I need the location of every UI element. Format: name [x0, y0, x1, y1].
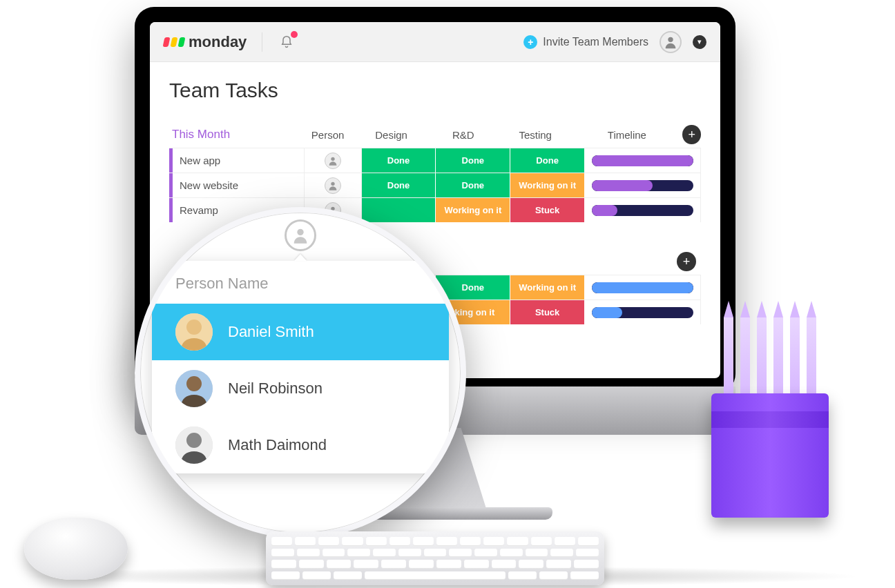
- person-name: Neil Robinson: [228, 380, 323, 398]
- svg-point-10: [186, 433, 202, 448]
- timeline-fill: [592, 155, 693, 166]
- timeline-fill: [592, 307, 622, 318]
- logo-text: monday: [189, 33, 247, 51]
- profile-avatar[interactable]: [660, 31, 682, 53]
- timeline-fill: [592, 282, 693, 293]
- plus-icon: +: [688, 128, 695, 142]
- person-cell[interactable]: [305, 173, 361, 197]
- svg-point-8: [186, 376, 202, 391]
- desk-mouse: [24, 518, 128, 580]
- notifications-button[interactable]: [278, 33, 296, 51]
- plus-circle-icon: +: [523, 35, 537, 49]
- status-cell-design[interactable]: [362, 198, 436, 222]
- person-avatar: [175, 427, 213, 464]
- timeline-cell[interactable]: [585, 275, 700, 300]
- invite-team-button[interactable]: + Invite Team Members: [523, 35, 648, 49]
- status-cell-testing[interactable]: Stuck: [510, 198, 585, 222]
- status-cell-rnd[interactable]: Done: [436, 173, 510, 197]
- person-option[interactable]: Math Daimond: [152, 417, 449, 473]
- person-picker-zoom: Person Name Daniel Smith Neil Robinson: [135, 207, 466, 538]
- column-header-rnd[interactable]: R&D: [427, 129, 499, 141]
- plus-icon: +: [683, 255, 691, 269]
- logo-dot: [171, 37, 178, 47]
- person-cell[interactable]: [305, 148, 361, 173]
- task-name-cell[interactable]: New website: [169, 173, 305, 197]
- chevron-down-icon: ▾: [697, 37, 702, 46]
- person-option[interactable]: Daniel Smith: [152, 304, 449, 360]
- page-title: Team Tasks: [169, 79, 701, 102]
- status-cell-design[interactable]: Done: [362, 148, 436, 173]
- pencil-cup: [711, 359, 829, 518]
- divider: [262, 32, 262, 52]
- logo-mark: [164, 37, 184, 47]
- svg-point-1: [331, 157, 334, 160]
- status-cell-testing[interactable]: Done: [510, 148, 585, 173]
- person-name: Math Daimond: [228, 436, 327, 454]
- add-column-button[interactable]: +: [677, 252, 696, 271]
- column-header-design[interactable]: Design: [355, 129, 427, 141]
- person-name: Daniel Smith: [228, 323, 314, 341]
- person-picker-title: Person Name: [152, 261, 449, 304]
- person-avatar: [175, 313, 213, 351]
- status-cell-design[interactable]: Done: [362, 173, 436, 197]
- person-avatar: [175, 370, 213, 407]
- timeline-cell[interactable]: [585, 198, 700, 222]
- person-icon: [663, 35, 678, 50]
- column-header-timeline[interactable]: Timeline: [571, 129, 682, 141]
- svg-point-4: [297, 229, 303, 235]
- logo-dot: [178, 37, 186, 47]
- column-header-testing[interactable]: Testing: [499, 129, 571, 141]
- timeline-cell[interactable]: [585, 173, 700, 197]
- task-name-cell[interactable]: New app: [169, 148, 305, 173]
- logo-dot: [163, 37, 171, 47]
- popover-caret-icon: [294, 254, 307, 261]
- table-row: New app Done Done Done: [169, 148, 701, 173]
- add-column-button[interactable]: +: [682, 125, 701, 144]
- desk-keyboard: [266, 531, 604, 585]
- notification-dot-icon: [291, 31, 298, 38]
- empty-person-icon: [285, 219, 316, 251]
- svg-point-0: [668, 37, 673, 41]
- timeline-cell[interactable]: [585, 300, 700, 324]
- column-header-person[interactable]: Person: [300, 129, 356, 141]
- status-cell-rnd[interactable]: Working on it: [436, 198, 510, 222]
- timeline-fill: [592, 180, 653, 191]
- board-header-row: This Month Person Design R&D Testing Tim…: [169, 121, 701, 148]
- timeline-cell[interactable]: [585, 148, 700, 173]
- status-cell-testing[interactable]: Working on it: [510, 275, 585, 300]
- profile-menu-button[interactable]: ▾: [693, 35, 706, 49]
- invite-label: Invite Team Members: [543, 36, 648, 48]
- svg-point-6: [186, 320, 202, 335]
- timeline-fill: [592, 205, 617, 216]
- person-option[interactable]: Neil Robinson: [152, 360, 449, 417]
- app-logo[interactable]: monday: [164, 33, 247, 51]
- status-cell-testing[interactable]: Stuck: [510, 300, 585, 324]
- svg-point-2: [331, 182, 334, 185]
- assignee-avatar: [325, 177, 341, 194]
- status-cell-rnd[interactable]: Done: [436, 148, 510, 173]
- status-cell-testing[interactable]: Working on it: [510, 173, 585, 197]
- top-bar: monday + Invite Team Members ▾: [150, 22, 720, 62]
- group-title[interactable]: This Month: [169, 128, 300, 141]
- table-row: New website Done Done Working on it: [169, 173, 701, 197]
- person-picker-popover: Person Name Daniel Smith Neil Robinson: [152, 261, 449, 473]
- assignee-avatar: [325, 153, 341, 169]
